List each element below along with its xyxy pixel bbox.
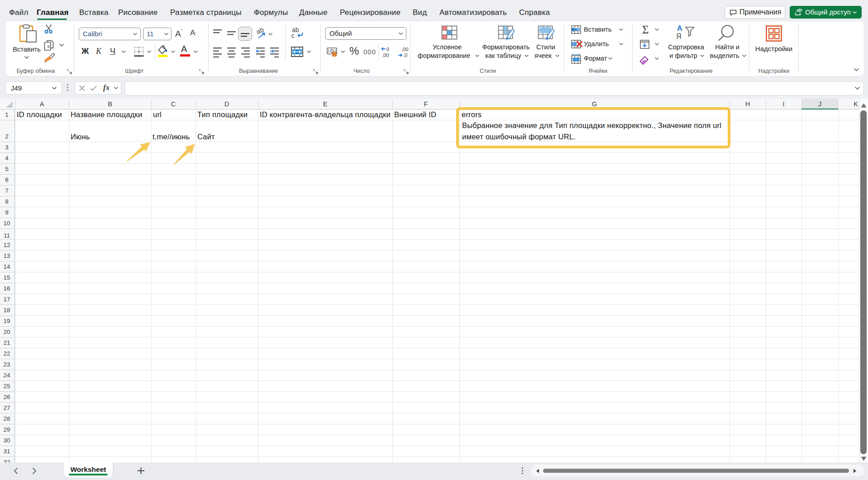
svg-text:,00: ,00	[382, 52, 389, 58]
svg-text:0: 0	[386, 47, 389, 52]
svg-text:,0: ,0	[403, 52, 407, 58]
svg-text:,00: ,00	[401, 47, 408, 52]
